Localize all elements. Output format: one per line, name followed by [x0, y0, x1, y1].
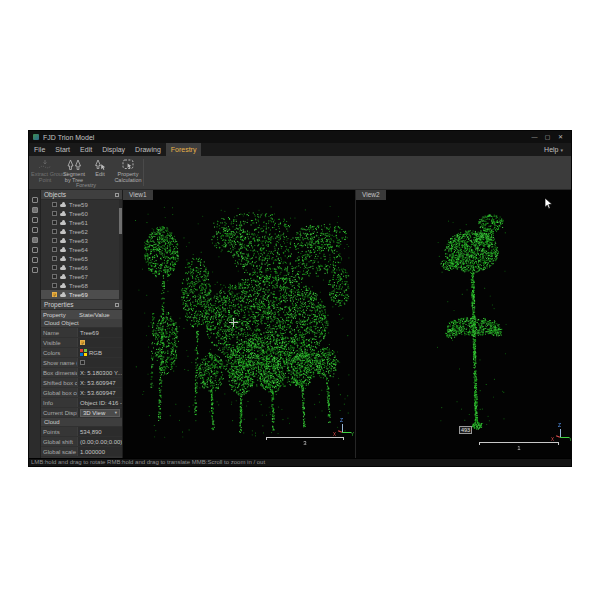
viewport-2[interactable]: View2 493 1 Z Y X: [356, 190, 571, 458]
menu-item-drawing[interactable]: Drawing: [130, 143, 166, 156]
current-display-dropdown[interactable]: 3D View▾: [80, 409, 120, 417]
mouse-cursor-icon: [544, 197, 553, 210]
title-bar: FJD Trion Model — ▢ ✕: [29, 131, 571, 143]
tree-label: Tree60: [69, 211, 88, 217]
tree-cursor-icon: [89, 158, 111, 171]
main-area: Objects Tree59Tree60Tree61Tree62Tree63Tr…: [29, 190, 571, 458]
chevron-down-icon: ▾: [115, 410, 117, 416]
property-name: Info: [41, 398, 77, 407]
property-row: ColorsRGB: [41, 348, 122, 358]
point-cloud-icon: [60, 204, 66, 207]
minimize-icon[interactable]: —: [528, 131, 541, 143]
menu-item-start[interactable]: Start: [50, 143, 75, 156]
point-cloud-forest[interactable]: [123, 190, 355, 458]
sidebar-tool-icon[interactable]: [32, 197, 38, 203]
property-row: Points534,890: [41, 427, 122, 437]
tree-list-item[interactable]: ✓Tree69: [41, 290, 122, 299]
property-row: Global box ce...X: 53.609947: [41, 388, 122, 398]
tree-list-item[interactable]: Tree60: [41, 209, 122, 218]
scrollbar-handle[interactable]: [119, 208, 122, 234]
property-value: X: 53.609947: [77, 388, 122, 397]
tree-list-item[interactable]: Tree67: [41, 272, 122, 281]
visibility-checkbox[interactable]: ✓: [52, 292, 57, 297]
two-trees-icon: [59, 158, 89, 171]
property-row: Visible✓: [41, 338, 122, 348]
panel-column: Objects Tree59Tree60Tree61Tree62Tree63Tr…: [41, 190, 123, 458]
axis-z-label: Z: [340, 417, 343, 423]
visibility-checkbox[interactable]: [52, 274, 57, 279]
visibility-checkbox[interactable]: [52, 211, 57, 216]
status-hint: LMB:hold and drag to rotate RMB:hold and…: [31, 459, 265, 465]
visibility-checkbox[interactable]: [52, 247, 57, 252]
menu-item-help[interactable]: Help ▾: [536, 143, 571, 156]
tree-list-item[interactable]: Tree65: [41, 254, 122, 263]
tree-list-item[interactable]: Tree63: [41, 236, 122, 245]
sidebar-tool-icon[interactable]: [32, 217, 38, 223]
property-row: Global scale1.000000: [41, 447, 122, 457]
visibility-checkbox[interactable]: [52, 229, 57, 234]
visibility-checkbox[interactable]: [52, 202, 57, 207]
tree-list-item[interactable]: Tree64: [41, 245, 122, 254]
property-value: 3D View▾: [77, 408, 122, 417]
menu-item-forestry[interactable]: Forestry: [166, 143, 202, 156]
tree-list-item[interactable]: Tree61: [41, 218, 122, 227]
sidebar-tool-icon[interactable]: [32, 237, 38, 243]
sidebar-tool-icon[interactable]: [32, 247, 38, 253]
menu-item-display[interactable]: Display: [97, 143, 130, 156]
tree-label: Tree68: [69, 283, 88, 289]
menu-item-file[interactable]: File: [29, 143, 50, 156]
edit-tree-button[interactable]: Edit: [89, 157, 111, 183]
view1-tab[interactable]: View1: [123, 190, 153, 200]
visibility-checkbox[interactable]: [52, 220, 57, 225]
help-label: Help: [544, 146, 558, 153]
sidebar-tool-icon[interactable]: [32, 227, 38, 233]
objects-panel-header: Objects: [41, 190, 122, 200]
point-cloud-icon: [60, 249, 66, 252]
property-value: ✓: [77, 338, 122, 347]
maximize-icon[interactable]: ▢: [541, 131, 554, 143]
tree-label: Tree67: [69, 274, 88, 280]
ribbon-group-label: Forestry: [31, 182, 141, 188]
point-cloud-icon: [60, 258, 66, 261]
view2-tab[interactable]: View2: [356, 190, 386, 200]
pin-icon[interactable]: [115, 303, 119, 307]
sidebar-tool-icon[interactable]: [32, 207, 38, 213]
tree-list-item[interactable]: Tree68: [41, 281, 122, 290]
tree-label: Tree63: [69, 238, 88, 244]
window-title: FJD Trion Model: [43, 134, 94, 141]
sidebar-tool-icon[interactable]: [32, 257, 38, 263]
property-value: Object ID: 416 - Childre...: [77, 398, 122, 407]
property-name: Box dimensions: [41, 368, 77, 377]
viewport-1[interactable]: View1 3 Z Y X: [123, 190, 356, 458]
chevron-down-icon: ▾: [560, 147, 563, 153]
sidebar-tool-icon[interactable]: [32, 267, 38, 273]
extract-ground-point-button[interactable]: Extract Ground Point: [31, 157, 59, 183]
property-calculation-button[interactable]: Property Calculation: [111, 157, 145, 183]
point-cloud-icon: [60, 240, 66, 243]
property-value: X: 53.609947: [77, 378, 122, 387]
close-icon[interactable]: ✕: [554, 131, 567, 143]
point-cloud-tree[interactable]: [356, 190, 571, 458]
visibility-checkbox[interactable]: [52, 256, 57, 261]
point-cloud-icon: [60, 276, 66, 279]
property-checkbox[interactable]: [80, 360, 85, 365]
tree-list-item[interactable]: Tree66: [41, 263, 122, 272]
property-section: Cloud Object: [41, 319, 122, 328]
visibility-checkbox[interactable]: [52, 238, 57, 243]
visibility-checkbox[interactable]: [52, 283, 57, 288]
tree-list-item[interactable]: Tree62: [41, 227, 122, 236]
segment-by-tree-button[interactable]: Segment by Tree: [59, 157, 89, 183]
tree-list-item[interactable]: Tree59: [41, 200, 122, 209]
visibility-checkbox[interactable]: [52, 265, 57, 270]
property-checkbox[interactable]: ✓: [80, 340, 85, 345]
scrollbar[interactable]: [119, 200, 122, 300]
pin-icon[interactable]: [115, 193, 119, 197]
property-row: InfoObject ID: 416 - Childre...: [41, 398, 122, 408]
property-row: NameTree69: [41, 328, 122, 338]
ribbon: Extract Ground Point Segment by Tree Edi…: [29, 156, 571, 190]
crosshair-icon: [229, 318, 238, 327]
status-bar: LMB:hold and drag to rotate RMB:hold and…: [29, 458, 571, 466]
objects-list: Tree59Tree60Tree61Tree62Tree63Tree64Tree…: [41, 200, 122, 300]
point-cloud-icon: [60, 222, 66, 225]
menu-item-edit[interactable]: Edit: [75, 143, 97, 156]
